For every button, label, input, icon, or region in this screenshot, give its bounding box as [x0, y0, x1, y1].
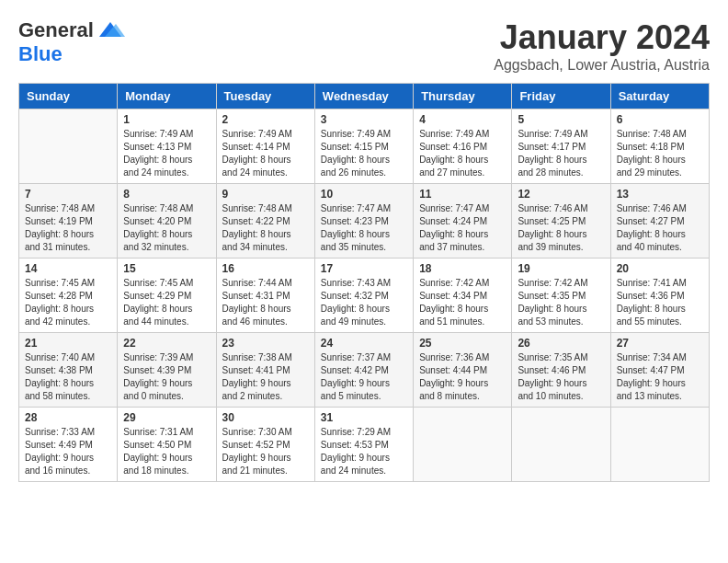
calendar-day-cell: 19Sunrise: 7:42 AMSunset: 4:35 PMDayligh…	[512, 259, 610, 333]
daylight-text: Daylight: 8 hours and 58 minutes.	[25, 377, 111, 403]
day-info: Sunrise: 7:49 AMSunset: 4:15 PMDaylight:…	[321, 128, 407, 179]
daylight-text: Daylight: 8 hours and 26 minutes.	[321, 154, 407, 179]
day-info: Sunrise: 7:46 AMSunset: 4:25 PMDaylight:…	[518, 202, 604, 254]
calendar-day-cell: 4Sunrise: 7:49 AMSunset: 4:16 PMDaylight…	[414, 109, 512, 184]
calendar-day-cell: 7Sunrise: 7:48 AMSunset: 4:19 PMDaylight…	[19, 184, 118, 259]
sunset-text: Sunset: 4:24 PM	[419, 215, 506, 228]
daylight-text: Daylight: 8 hours and 42 minutes.	[25, 303, 111, 328]
daylight-text: Daylight: 9 hours and 2 minutes.	[222, 377, 309, 403]
day-number: 12	[518, 188, 604, 201]
day-info: Sunrise: 7:34 AMSunset: 4:47 PMDaylight:…	[617, 351, 703, 403]
sunrise-text: Sunrise: 7:45 AM	[25, 277, 111, 290]
sunrise-text: Sunrise: 7:46 AM	[518, 202, 604, 215]
sunset-text: Sunset: 4:16 PM	[419, 141, 506, 154]
calendar-day-cell	[19, 109, 118, 184]
sunset-text: Sunset: 4:52 PM	[222, 439, 309, 452]
calendar-day-cell: 24Sunrise: 7:37 AMSunset: 4:42 PMDayligh…	[314, 333, 413, 408]
day-info: Sunrise: 7:30 AMSunset: 4:52 PMDaylight:…	[222, 426, 309, 477]
calendar-day-cell: 15Sunrise: 7:45 AMSunset: 4:29 PMDayligh…	[118, 259, 216, 333]
daylight-text: Daylight: 8 hours and 53 minutes.	[518, 303, 604, 328]
day-number: 28	[25, 411, 111, 424]
calendar-day-cell: 13Sunrise: 7:46 AMSunset: 4:27 PMDayligh…	[610, 184, 709, 259]
day-number: 21	[25, 337, 111, 350]
calendar-day-cell: 26Sunrise: 7:35 AMSunset: 4:46 PMDayligh…	[512, 333, 610, 408]
day-number: 2	[222, 113, 309, 126]
calendar-day-cell: 1Sunrise: 7:49 AMSunset: 4:13 PMDaylight…	[118, 109, 216, 184]
sunrise-text: Sunrise: 7:40 AM	[25, 351, 111, 364]
day-number: 26	[518, 337, 604, 350]
sunrise-text: Sunrise: 7:49 AM	[123, 128, 210, 141]
weekday-wednesday: Wednesday	[314, 84, 413, 109]
daylight-text: Daylight: 8 hours and 29 minutes.	[617, 154, 703, 179]
day-number: 3	[321, 113, 407, 126]
day-number: 5	[518, 113, 604, 126]
day-info: Sunrise: 7:47 AMSunset: 4:24 PMDaylight:…	[419, 202, 506, 254]
sunset-text: Sunset: 4:23 PM	[321, 215, 407, 228]
daylight-text: Daylight: 8 hours and 44 minutes.	[123, 303, 210, 328]
sunrise-text: Sunrise: 7:35 AM	[518, 351, 604, 364]
day-info: Sunrise: 7:48 AMSunset: 4:19 PMDaylight:…	[25, 202, 111, 254]
sunrise-text: Sunrise: 7:39 AM	[123, 351, 210, 364]
sunrise-text: Sunrise: 7:30 AM	[222, 426, 309, 439]
sunrise-text: Sunrise: 7:48 AM	[222, 202, 309, 215]
weekday-monday: Monday	[118, 84, 216, 109]
sunset-text: Sunset: 4:19 PM	[25, 215, 111, 228]
sunrise-text: Sunrise: 7:45 AM	[123, 277, 210, 290]
day-info: Sunrise: 7:45 AMSunset: 4:29 PMDaylight:…	[123, 277, 210, 328]
sunset-text: Sunset: 4:13 PM	[123, 141, 210, 154]
daylight-text: Daylight: 8 hours and 51 minutes.	[419, 303, 506, 328]
page-header: General Blue January 2024 Aggsbach, Lowe…	[18, 18, 710, 74]
day-info: Sunrise: 7:49 AMSunset: 4:17 PMDaylight:…	[518, 128, 604, 179]
sunrise-text: Sunrise: 7:49 AM	[321, 128, 407, 141]
sunrise-text: Sunrise: 7:44 AM	[222, 277, 309, 290]
calendar-day-cell: 30Sunrise: 7:30 AMSunset: 4:52 PMDayligh…	[216, 408, 314, 482]
sunset-text: Sunset: 4:15 PM	[321, 141, 407, 154]
day-info: Sunrise: 7:40 AMSunset: 4:38 PMDaylight:…	[25, 351, 111, 403]
daylight-text: Daylight: 8 hours and 31 minutes.	[25, 228, 111, 254]
day-info: Sunrise: 7:38 AMSunset: 4:41 PMDaylight:…	[222, 351, 309, 403]
weekday-saturday: Saturday	[610, 84, 709, 109]
day-info: Sunrise: 7:49 AMSunset: 4:16 PMDaylight:…	[419, 128, 506, 179]
sunrise-text: Sunrise: 7:37 AM	[321, 351, 407, 364]
sunset-text: Sunset: 4:32 PM	[321, 290, 407, 303]
sunset-text: Sunset: 4:28 PM	[25, 290, 111, 303]
day-info: Sunrise: 7:45 AMSunset: 4:28 PMDaylight:…	[25, 277, 111, 328]
daylight-text: Daylight: 8 hours and 55 minutes.	[617, 303, 703, 328]
day-info: Sunrise: 7:48 AMSunset: 4:18 PMDaylight:…	[617, 128, 703, 179]
sunset-text: Sunset: 4:29 PM	[123, 290, 210, 303]
day-number: 31	[321, 411, 407, 424]
sunrise-text: Sunrise: 7:31 AM	[123, 426, 210, 439]
sunset-text: Sunset: 4:41 PM	[222, 364, 309, 377]
calendar-day-cell	[610, 408, 709, 482]
sunset-text: Sunset: 4:18 PM	[617, 141, 703, 154]
sunrise-text: Sunrise: 7:38 AM	[222, 351, 309, 364]
daylight-text: Daylight: 8 hours and 32 minutes.	[123, 228, 210, 254]
day-number: 29	[123, 411, 210, 424]
day-number: 25	[419, 337, 506, 350]
day-number: 4	[419, 113, 506, 126]
calendar-week-row: 14Sunrise: 7:45 AMSunset: 4:28 PMDayligh…	[19, 259, 710, 333]
sunrise-text: Sunrise: 7:42 AM	[518, 277, 604, 290]
day-info: Sunrise: 7:29 AMSunset: 4:53 PMDaylight:…	[321, 426, 407, 477]
sunset-text: Sunset: 4:25 PM	[518, 215, 604, 228]
calendar-day-cell: 10Sunrise: 7:47 AMSunset: 4:23 PMDayligh…	[314, 184, 413, 259]
sunset-text: Sunset: 4:42 PM	[321, 364, 407, 377]
calendar-day-cell: 12Sunrise: 7:46 AMSunset: 4:25 PMDayligh…	[512, 184, 610, 259]
daylight-text: Daylight: 9 hours and 16 minutes.	[25, 452, 111, 477]
calendar-week-row: 28Sunrise: 7:33 AMSunset: 4:49 PMDayligh…	[19, 408, 710, 482]
sunrise-text: Sunrise: 7:33 AM	[25, 426, 111, 439]
day-number: 1	[123, 113, 210, 126]
day-info: Sunrise: 7:49 AMSunset: 4:14 PMDaylight:…	[222, 128, 309, 179]
day-info: Sunrise: 7:42 AMSunset: 4:34 PMDaylight:…	[419, 277, 506, 328]
daylight-text: Daylight: 8 hours and 28 minutes.	[518, 154, 604, 179]
sunset-text: Sunset: 4:22 PM	[222, 215, 309, 228]
day-number: 16	[222, 262, 309, 275]
day-number: 13	[617, 188, 703, 201]
sunset-text: Sunset: 4:27 PM	[617, 215, 703, 228]
daylight-text: Daylight: 8 hours and 34 minutes.	[222, 228, 309, 254]
day-number: 17	[321, 262, 407, 275]
logo-icon	[96, 20, 125, 40]
sunrise-text: Sunrise: 7:48 AM	[123, 202, 210, 215]
calendar-day-cell: 22Sunrise: 7:39 AMSunset: 4:39 PMDayligh…	[118, 333, 216, 408]
weekday-header-row: Sunday Monday Tuesday Wednesday Thursday…	[19, 84, 710, 109]
